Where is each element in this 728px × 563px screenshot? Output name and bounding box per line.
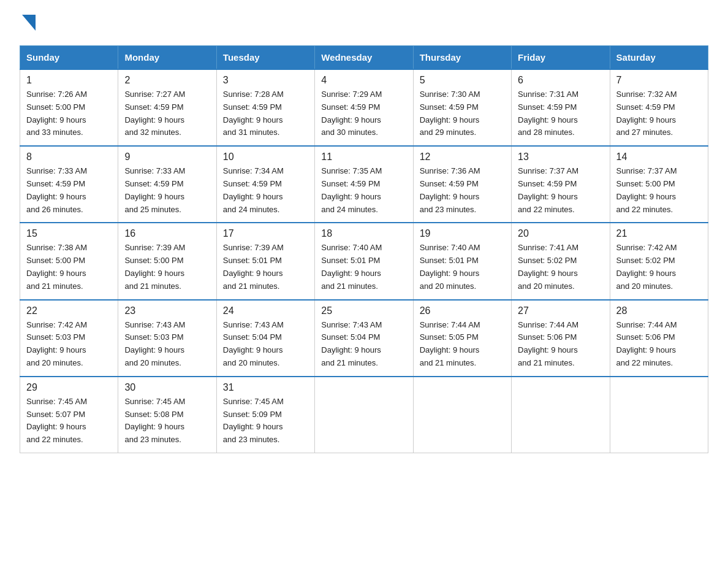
day-info: Sunrise: 7:40 AM Sunset: 5:01 PM Dayligh…: [420, 242, 505, 293]
day-info: Sunrise: 7:29 AM Sunset: 4:59 PM Dayligh…: [321, 88, 406, 139]
day-info: Sunrise: 7:42 AM Sunset: 5:03 PM Dayligh…: [26, 319, 112, 370]
day-number: 30: [124, 382, 210, 393]
header-monday: Monday: [118, 46, 216, 70]
day-info: Sunrise: 7:32 AM Sunset: 4:59 PM Dayligh…: [616, 88, 702, 139]
day-number: 24: [223, 305, 308, 316]
day-info: Sunrise: 7:33 AM Sunset: 4:59 PM Dayligh…: [26, 165, 112, 216]
day-number: 16: [124, 228, 210, 239]
calendar-cell: 13 Sunrise: 7:37 AM Sunset: 4:59 PM Dayl…: [512, 146, 610, 223]
header-tuesday: Tuesday: [216, 46, 314, 70]
calendar-cell: 31 Sunrise: 7:45 AM Sunset: 5:09 PM Dayl…: [216, 377, 314, 453]
day-info: Sunrise: 7:28 AM Sunset: 4:59 PM Dayligh…: [223, 88, 308, 139]
day-info: Sunrise: 7:37 AM Sunset: 4:59 PM Dayligh…: [518, 165, 603, 216]
calendar-cell: 6 Sunrise: 7:31 AM Sunset: 4:59 PM Dayli…: [512, 69, 610, 146]
calendar-cell: 16 Sunrise: 7:39 AM Sunset: 5:00 PM Dayl…: [118, 223, 216, 299]
day-info: Sunrise: 7:40 AM Sunset: 5:01 PM Dayligh…: [321, 242, 406, 293]
day-number: 12: [420, 151, 505, 163]
calendar-cell: 2 Sunrise: 7:27 AM Sunset: 4:59 PM Dayli…: [118, 69, 216, 146]
header-sunday: Sunday: [20, 46, 118, 70]
day-info: Sunrise: 7:26 AM Sunset: 5:00 PM Dayligh…: [26, 88, 112, 139]
day-number: 26: [420, 305, 505, 316]
calendar-cell: 5 Sunrise: 7:30 AM Sunset: 4:59 PM Dayli…: [413, 69, 511, 146]
day-number: 20: [518, 228, 603, 239]
day-info: Sunrise: 7:37 AM Sunset: 5:00 PM Dayligh…: [616, 165, 702, 216]
calendar-cell: 23 Sunrise: 7:43 AM Sunset: 5:03 PM Dayl…: [118, 300, 216, 377]
calendar-cell: 20 Sunrise: 7:41 AM Sunset: 5:02 PM Dayl…: [512, 223, 610, 299]
calendar-cell: 19 Sunrise: 7:40 AM Sunset: 5:01 PM Dayl…: [413, 223, 511, 299]
day-number: 28: [616, 305, 702, 316]
day-info: Sunrise: 7:43 AM Sunset: 5:04 PM Dayligh…: [321, 319, 406, 370]
calendar-cell: 24 Sunrise: 7:43 AM Sunset: 5:04 PM Dayl…: [216, 300, 314, 377]
day-info: Sunrise: 7:45 AM Sunset: 5:07 PM Dayligh…: [26, 396, 112, 446]
day-number: 8: [26, 151, 112, 163]
calendar-cell: 10 Sunrise: 7:34 AM Sunset: 4:59 PM Dayl…: [216, 146, 314, 223]
day-number: 27: [518, 305, 603, 316]
day-info: Sunrise: 7:35 AM Sunset: 4:59 PM Dayligh…: [321, 165, 406, 216]
logo: [20, 15, 36, 33]
calendar-cell: 9 Sunrise: 7:33 AM Sunset: 4:59 PM Dayli…: [118, 146, 216, 223]
day-number: 22: [26, 305, 112, 316]
day-info: Sunrise: 7:44 AM Sunset: 5:06 PM Dayligh…: [518, 319, 603, 370]
calendar-cell: [315, 377, 413, 453]
day-info: Sunrise: 7:34 AM Sunset: 4:59 PM Dayligh…: [223, 165, 308, 216]
svg-marker-0: [22, 15, 36, 31]
calendar-cell: 26 Sunrise: 7:44 AM Sunset: 5:05 PM Dayl…: [413, 300, 511, 377]
day-number: 15: [26, 228, 112, 239]
day-number: 7: [616, 75, 702, 86]
calendar-week-row: 29 Sunrise: 7:45 AM Sunset: 5:07 PM Dayl…: [20, 377, 708, 453]
day-number: 6: [518, 75, 603, 86]
day-info: Sunrise: 7:38 AM Sunset: 5:00 PM Dayligh…: [26, 242, 112, 293]
header-wednesday: Wednesday: [315, 46, 413, 70]
calendar-cell: 29 Sunrise: 7:45 AM Sunset: 5:07 PM Dayl…: [20, 377, 118, 453]
calendar-cell: 7 Sunrise: 7:32 AM Sunset: 4:59 PM Dayli…: [610, 69, 708, 146]
logo-line1: [20, 15, 36, 33]
day-info: Sunrise: 7:41 AM Sunset: 5:02 PM Dayligh…: [518, 242, 603, 293]
day-info: Sunrise: 7:39 AM Sunset: 5:01 PM Dayligh…: [223, 242, 308, 293]
calendar-week-row: 1 Sunrise: 7:26 AM Sunset: 5:00 PM Dayli…: [20, 69, 708, 146]
day-number: 10: [223, 151, 308, 163]
day-number: 25: [321, 305, 406, 316]
day-info: Sunrise: 7:33 AM Sunset: 4:59 PM Dayligh…: [124, 165, 210, 216]
logo-arrow-icon: [22, 15, 36, 33]
calendar-week-row: 8 Sunrise: 7:33 AM Sunset: 4:59 PM Dayli…: [20, 146, 708, 223]
calendar-cell: 14 Sunrise: 7:37 AM Sunset: 5:00 PM Dayl…: [610, 146, 708, 223]
calendar-cell: 27 Sunrise: 7:44 AM Sunset: 5:06 PM Dayl…: [512, 300, 610, 377]
day-number: 23: [124, 305, 210, 316]
day-info: Sunrise: 7:27 AM Sunset: 4:59 PM Dayligh…: [124, 88, 210, 139]
day-info: Sunrise: 7:30 AM Sunset: 4:59 PM Dayligh…: [420, 88, 505, 139]
calendar-cell: 30 Sunrise: 7:45 AM Sunset: 5:08 PM Dayl…: [118, 377, 216, 453]
calendar-cell: 22 Sunrise: 7:42 AM Sunset: 5:03 PM Dayl…: [20, 300, 118, 377]
day-number: 21: [616, 228, 702, 239]
day-number: 2: [124, 75, 210, 86]
calendar-cell: 3 Sunrise: 7:28 AM Sunset: 4:59 PM Dayli…: [216, 69, 314, 146]
calendar-cell: [512, 377, 610, 453]
calendar-cell: 12 Sunrise: 7:36 AM Sunset: 4:59 PM Dayl…: [413, 146, 511, 223]
day-number: 3: [223, 75, 308, 86]
day-number: 13: [518, 151, 603, 163]
calendar-table: SundayMondayTuesdayWednesdayThursdayFrid…: [20, 45, 708, 453]
calendar-cell: 25 Sunrise: 7:43 AM Sunset: 5:04 PM Dayl…: [315, 300, 413, 377]
header-saturday: Saturday: [610, 46, 708, 70]
day-info: Sunrise: 7:39 AM Sunset: 5:00 PM Dayligh…: [124, 242, 210, 293]
day-number: 1: [26, 75, 112, 86]
calendar-header-row: SundayMondayTuesdayWednesdayThursdayFrid…: [20, 46, 708, 70]
calendar-cell: 8 Sunrise: 7:33 AM Sunset: 4:59 PM Dayli…: [20, 146, 118, 223]
day-info: Sunrise: 7:31 AM Sunset: 4:59 PM Dayligh…: [518, 88, 603, 139]
day-info: Sunrise: 7:43 AM Sunset: 5:04 PM Dayligh…: [223, 319, 308, 370]
day-number: 31: [223, 382, 308, 393]
day-number: 4: [321, 75, 406, 86]
day-number: 18: [321, 228, 406, 239]
calendar-week-row: 15 Sunrise: 7:38 AM Sunset: 5:00 PM Dayl…: [20, 223, 708, 299]
day-number: 11: [321, 151, 406, 163]
day-number: 9: [124, 151, 210, 163]
calendar-cell: 11 Sunrise: 7:35 AM Sunset: 4:59 PM Dayl…: [315, 146, 413, 223]
calendar-cell: [413, 377, 511, 453]
page-header: [20, 15, 708, 33]
calendar-cell: 15 Sunrise: 7:38 AM Sunset: 5:00 PM Dayl…: [20, 223, 118, 299]
day-info: Sunrise: 7:45 AM Sunset: 5:08 PM Dayligh…: [124, 396, 210, 446]
day-info: Sunrise: 7:42 AM Sunset: 5:02 PM Dayligh…: [616, 242, 702, 293]
calendar-cell: 4 Sunrise: 7:29 AM Sunset: 4:59 PM Dayli…: [315, 69, 413, 146]
day-number: 29: [26, 382, 112, 393]
calendar-cell: 28 Sunrise: 7:44 AM Sunset: 5:06 PM Dayl…: [610, 300, 708, 377]
calendar-cell: 21 Sunrise: 7:42 AM Sunset: 5:02 PM Dayl…: [610, 223, 708, 299]
